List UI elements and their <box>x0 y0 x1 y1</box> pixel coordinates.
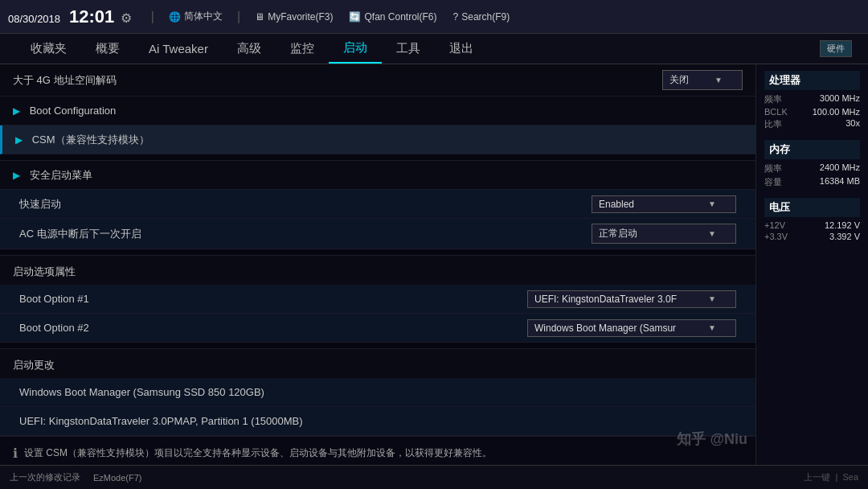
nav-item-monitor[interactable]: 监控 <box>276 34 329 64</box>
mem-cap-val: 16384 MB <box>820 176 860 188</box>
4g-decode-dropdown-value: 关闭 <box>669 73 689 87</box>
4g-decode-row: 大于 4G 地址空间解码 关闭 ▼ <box>0 64 755 97</box>
gear-icon[interactable]: ⚙ <box>121 11 132 25</box>
cpu-freq-row: 频率 3000 MHz <box>764 93 860 105</box>
nav-item-boot[interactable]: 启动 <box>329 34 382 64</box>
bottom-right: 上一键 | Sea <box>804 471 858 483</box>
secure-boot-label: ▶ 安全启动菜单 <box>13 168 743 183</box>
boot-opt1-dropdown[interactable]: UEFI: KingstonDataTraveler 3.0F ▼ <box>527 290 736 308</box>
content-area: 大于 4G 地址空间解码 关闭 ▼ ▶ Boot Configuration ▶… <box>0 64 868 489</box>
ezmode-btn[interactable]: EzMode(F7) <box>93 473 142 483</box>
dropdown-arrow-icon: ▼ <box>714 76 723 84</box>
ac-power-label: AC 电源中断后下一次开启 <box>19 227 592 241</box>
bclk-val: 100.00 MHz <box>813 107 860 117</box>
myfavorite-label: MyFavorite(F3) <box>268 11 333 23</box>
csm-expand-icon: ▶ <box>15 134 23 146</box>
nav-item-summary[interactable]: 概要 <box>81 34 134 64</box>
volt-section: 电压 +12V 12.192 V +3.3V 3.392 V <box>764 198 860 243</box>
nav-label-boot: 启动 <box>343 40 367 55</box>
boot-opt1-label: Boot Option #1 <box>19 293 527 305</box>
main-nav: 收藏夹 概要 Ai Tweaker 高级 监控 启动 工具 退出 硬件 <box>0 34 868 64</box>
ratio-val: 30x <box>845 118 860 130</box>
myfavorite-item[interactable]: 🖥 MyFavorite(F3) <box>255 11 333 23</box>
boot-opt1-value[interactable]: UEFI: KingstonDataTraveler 3.0F ▼ <box>527 290 736 308</box>
boot-config-row[interactable]: ▶ Boot Configuration <box>0 97 755 125</box>
bottom-bar: 上一次的修改记录 EzMode(F7) 上一键 | Sea <box>0 465 868 489</box>
boot-changes-label: 启动更改 <box>13 358 743 372</box>
ratio-label: 比率 <box>764 118 782 130</box>
csm-label: ▶ CSM（兼容性支持模块） <box>15 133 743 147</box>
search-label: Search(F9) <box>461 11 510 23</box>
datetime: 08/30/2018 12:01 ⚙ <box>8 6 132 27</box>
hw-button[interactable]: 硬件 <box>820 40 852 57</box>
time: 12:01 <box>69 6 114 27</box>
nav-item-tools[interactable]: 工具 <box>382 34 435 64</box>
volt-12v-label: +12V <box>764 220 785 230</box>
fast-boot-value[interactable]: Enabled ▼ <box>592 195 736 213</box>
last-change-label: 上一次的修改记录 <box>10 471 80 483</box>
last-change-btn[interactable]: 上一次的修改记录 <box>10 471 80 483</box>
4g-decode-value[interactable]: 关闭 ▼ <box>662 70 743 90</box>
fast-boot-arrow-icon: ▼ <box>708 199 716 208</box>
boot-opt2-arrow-icon: ▼ <box>708 323 716 332</box>
boot-options-label: 启动选项属性 <box>13 265 743 279</box>
boot-opt1-arrow-icon: ▼ <box>708 294 716 303</box>
bclk-row: BCLK 100.00 MHz <box>764 107 860 117</box>
mem-freq-label: 频率 <box>764 162 782 175</box>
nav-label-tools: 工具 <box>396 41 420 56</box>
nav-item-advanced[interactable]: 高级 <box>223 34 276 64</box>
divider <box>0 154 755 161</box>
right-panel: 处理器 频率 3000 MHz BCLK 100.00 MHz 比率 30x 内… <box>755 64 868 489</box>
volt-33v-row: +3.3V 3.392 V <box>764 232 860 241</box>
lang-item[interactable]: 🌐 简体中文 <box>169 10 223 23</box>
ratio-row: 比率 30x <box>764 118 860 130</box>
ac-power-arrow-icon: ▼ <box>708 229 716 238</box>
nav-right: 硬件 <box>820 40 852 57</box>
divider3 <box>0 343 755 349</box>
nav-label-favorites: 收藏夹 <box>31 41 67 56</box>
mem-title: 内存 <box>764 140 860 159</box>
fast-boot-row: 快速启动 Enabled ▼ <box>0 190 755 219</box>
nav-item-exit[interactable]: 退出 <box>435 34 488 64</box>
watermark: 知乎 @Niu <box>677 429 747 449</box>
volt-12v-val: 12.192 V <box>825 220 860 230</box>
fast-boot-dropdown[interactable]: Enabled ▼ <box>592 195 736 213</box>
nav-label-aitweaker: Ai Tweaker <box>149 42 208 55</box>
boot-change1-row: Windows Boot Manager (Samsung SSD 850 12… <box>0 378 755 407</box>
csm-row[interactable]: ▶ CSM（兼容性支持模块） <box>0 125 755 154</box>
boot-opt2-dropdown-val: Windows Boot Manager (Samsur <box>534 323 676 334</box>
nav-item-favorites[interactable]: 收藏夹 <box>16 34 81 64</box>
search-item[interactable]: ? Search(F9) <box>453 11 510 23</box>
cpu-freq-val: 3000 MHz <box>820 93 860 105</box>
expand-icon: ▶ <box>13 105 20 117</box>
ac-power-value[interactable]: 正常启动 ▼ <box>592 224 736 244</box>
secure-expand-icon: ▶ <box>13 170 20 181</box>
boot-opt2-row: Boot Option #2 Windows Boot Manager (Sam… <box>0 314 755 343</box>
4g-decode-dropdown[interactable]: 关闭 ▼ <box>662 70 743 90</box>
ac-power-dropdown-val: 正常启动 <box>599 227 637 240</box>
mem-section: 内存 频率 2400 MHz 容量 16384 MB <box>764 140 860 190</box>
boot-change2-row: UEFI: KingstonDataTraveler 3.0PMAP, Part… <box>0 407 755 436</box>
fan-icon: 🔄 <box>349 11 361 23</box>
globe-icon: 🌐 <box>169 11 181 23</box>
fast-boot-dropdown-val: Enabled <box>599 199 634 210</box>
boot-change1-label: Windows Boot Manager (Samsung SSD 850 12… <box>19 386 736 398</box>
boot-opt2-label: Boot Option #2 <box>19 322 527 334</box>
volt-title: 电压 <box>764 198 860 217</box>
cpu-freq-label: 频率 <box>764 93 782 105</box>
boot-opt2-value[interactable]: Windows Boot Manager (Samsur ▼ <box>527 319 736 337</box>
nav-item-aitweaker[interactable]: Ai Tweaker <box>134 34 223 64</box>
qfan-item[interactable]: 🔄 Qfan Control(F6) <box>349 11 436 23</box>
ezmode-label: EzMode(F7) <box>93 473 142 483</box>
boot-opt2-dropdown[interactable]: Windows Boot Manager (Samsur ▼ <box>527 319 736 337</box>
ac-power-dropdown[interactable]: 正常启动 ▼ <box>592 224 736 244</box>
4g-decode-label: 大于 4G 地址空间解码 <box>13 73 662 88</box>
volt-12v-row: +12V 12.192 V <box>764 220 860 230</box>
date: 08/30/2018 <box>8 13 60 25</box>
boot-opt1-row: Boot Option #1 UEFI: KingstonDataTravele… <box>0 285 755 314</box>
cpu-section: 处理器 频率 3000 MHz BCLK 100.00 MHz 比率 30x <box>764 71 860 132</box>
nav-label-exit: 退出 <box>449 41 473 56</box>
boot-opt1-dropdown-val: UEFI: KingstonDataTraveler 3.0F <box>534 294 677 305</box>
secure-boot-row[interactable]: ▶ 安全启动菜单 <box>0 161 755 190</box>
info-text: 设置 CSM（兼容性支持模块）项目以完全支持各种显示设备、启动设备与其他附加设备… <box>24 445 492 462</box>
